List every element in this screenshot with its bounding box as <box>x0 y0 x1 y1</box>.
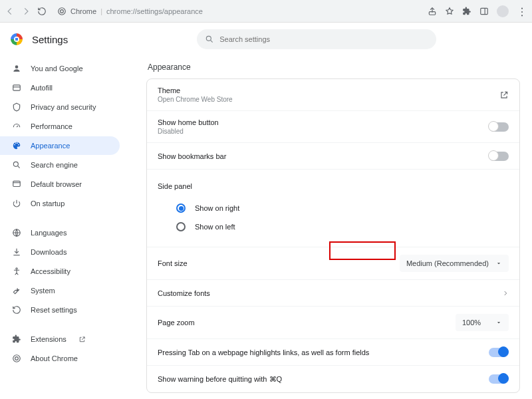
address-bar[interactable]: Chrome | chrome://settings/appearance <box>53 7 421 16</box>
side-panel-toolbar-icon[interactable] <box>479 7 489 16</box>
sidebar-item-label: Accessibility <box>31 267 70 275</box>
side-panel-right-option[interactable]: Show on right <box>176 199 239 217</box>
page-zoom-row: Page zoom 100% <box>147 307 519 339</box>
font-size-title: Font size <box>158 259 188 267</box>
back-icon[interactable] <box>5 7 15 16</box>
sidebar-item-autofill[interactable]: Autofill <box>0 78 120 97</box>
sidebar-item-label: Reset settings <box>31 306 77 314</box>
sidebar-item-reset[interactable]: Reset settings <box>0 301 120 319</box>
url-text: chrome://settings/appearance <box>106 7 203 15</box>
forward-icon[interactable] <box>21 7 31 16</box>
quit-warning-toggle[interactable] <box>489 374 509 384</box>
sidebar-item-default-browser[interactable]: Default browser <box>0 175 120 194</box>
settings-search[interactable] <box>197 29 436 49</box>
kebab-menu-icon[interactable]: ⋯ <box>517 6 527 16</box>
svg-rect-8 <box>13 85 21 90</box>
speedometer-icon <box>12 122 23 131</box>
svg-point-0 <box>59 7 66 15</box>
radio-label: Show on left <box>195 223 235 231</box>
sidebar-item-label: Appearance <box>31 142 70 150</box>
theme-row[interactable]: Theme Open Chrome Web Store <box>147 79 519 111</box>
sidebar-item-accessibility[interactable]: Accessibility <box>0 262 120 281</box>
bookmarks-bar-row: Show bookmarks bar <box>147 143 519 170</box>
search-input[interactable] <box>219 35 428 43</box>
bookmarks-bar-toggle[interactable] <box>489 152 509 161</box>
side-panel-heading-row: Side panel <box>147 170 519 196</box>
customize-fonts-row[interactable]: Customize fonts <box>147 280 519 307</box>
open-in-new-icon <box>78 336 86 343</box>
select-value: 100% <box>462 319 481 327</box>
autofill-icon <box>12 83 23 92</box>
svg-point-7 <box>15 65 19 68</box>
home-button-toggle[interactable] <box>489 122 509 132</box>
sidebar-item-extensions[interactable]: Extensions <box>0 330 120 348</box>
sidebar: You and Google Autofill Privacy and secu… <box>0 56 126 399</box>
theme-title: Theme <box>158 86 233 94</box>
chevron-down-icon <box>495 260 502 267</box>
star-icon[interactable] <box>445 7 454 16</box>
svg-line-12 <box>17 166 19 168</box>
customize-fonts-title: Customize fonts <box>158 289 210 297</box>
chrome-badge-icon <box>57 7 66 16</box>
extensions-icon[interactable] <box>462 7 471 16</box>
sidebar-item-label: Autofill <box>31 84 53 92</box>
home-button-title: Show home button <box>158 118 219 126</box>
browser-icon <box>12 180 23 189</box>
sidebar-item-label: Languages <box>31 229 66 237</box>
tab-highlight-title: Pressing Tab on a webpage highlights lin… <box>158 348 369 356</box>
open-in-new-icon[interactable] <box>499 90 509 100</box>
svg-point-18 <box>13 355 21 362</box>
svg-rect-13 <box>13 181 21 186</box>
sidebar-item-label: On startup <box>31 200 65 207</box>
chevron-right-icon <box>502 290 509 297</box>
sidebar-item-you-and-google[interactable]: You and Google <box>0 59 120 78</box>
font-size-row: Font size Medium (Recommended) <box>147 247 519 280</box>
page-zoom-select[interactable]: 100% <box>456 314 509 331</box>
svg-point-1 <box>61 9 64 13</box>
sidebar-item-privacy[interactable]: Privacy and security <box>0 98 120 116</box>
home-button-row: Show home button Disabled <box>147 111 519 143</box>
person-icon <box>12 64 23 73</box>
sidebar-item-label: System <box>31 287 55 295</box>
sidebar-item-about[interactable]: About Chrome <box>0 349 120 368</box>
profile-avatar[interactable] <box>497 5 509 17</box>
select-value: Medium (Recommended) <box>406 259 489 267</box>
sidebar-item-performance[interactable]: Performance <box>0 117 120 136</box>
quit-warning-title: Show warning before quitting with ⌘Q <box>158 375 282 384</box>
page-title: Settings <box>32 34 68 45</box>
url-scheme: Chrome <box>70 7 96 15</box>
svg-point-11 <box>13 162 18 166</box>
sidebar-item-label: Extensions <box>31 335 66 343</box>
sidebar-item-appearance[interactable]: Appearance <box>0 136 120 155</box>
sidebar-item-label: Privacy and security <box>31 103 96 111</box>
side-panel-left-option[interactable]: Show on left <box>176 217 239 236</box>
share-icon[interactable] <box>428 7 437 16</box>
sidebar-item-search-engine[interactable]: Search engine <box>0 156 120 174</box>
reload-icon[interactable] <box>37 7 47 16</box>
home-button-subtitle: Disabled <box>158 128 219 135</box>
power-icon <box>12 199 23 208</box>
sidebar-item-label: Downloads <box>31 248 66 256</box>
side-panel-title: Side panel <box>158 182 192 190</box>
shield-icon <box>12 102 23 112</box>
sidebar-item-downloads[interactable]: Downloads <box>0 243 120 261</box>
tab-highlight-toggle[interactable] <box>489 348 509 357</box>
sidebar-item-system[interactable]: System <box>0 281 120 300</box>
svg-line-6 <box>211 40 213 42</box>
svg-point-17 <box>16 268 17 269</box>
svg-line-10 <box>17 126 18 127</box>
svg-rect-3 <box>481 8 488 14</box>
settings-header: Settings <box>0 23 532 56</box>
font-size-select[interactable]: Medium (Recommended) <box>400 255 509 272</box>
page-zoom-title: Page zoom <box>158 319 195 327</box>
tab-highlight-row: Pressing Tab on a webpage highlights lin… <box>147 339 519 366</box>
accessibility-icon <box>12 267 23 276</box>
download-icon <box>12 247 23 257</box>
sidebar-item-label: You and Google <box>31 65 83 72</box>
radio-checked-icon <box>176 203 186 213</box>
sidebar-item-languages[interactable]: Languages <box>0 223 120 242</box>
sidebar-item-on-startup[interactable]: On startup <box>0 194 120 213</box>
browser-toolbar: Chrome | chrome://settings/appearance ⋯ <box>0 0 532 23</box>
radio-label: Show on right <box>195 204 239 212</box>
chrome-icon <box>12 354 23 363</box>
